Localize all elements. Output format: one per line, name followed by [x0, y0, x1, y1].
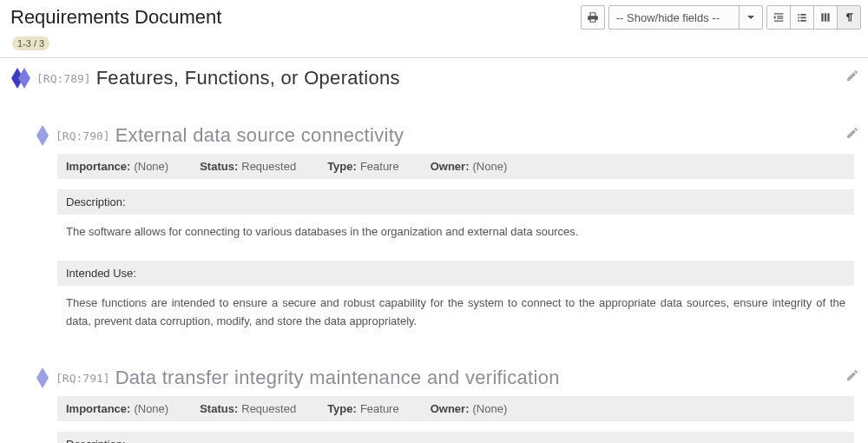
- intended-use-label-band: Intended Use:: [57, 261, 854, 286]
- dropdown-label: -- Show/hide fields --: [609, 6, 739, 29]
- field-label: Owner: [431, 402, 470, 415]
- field-label: Importance: [66, 402, 130, 415]
- section-title: Features, Functions, or Operations: [96, 67, 400, 89]
- type-field: TypeFeature: [327, 160, 399, 173]
- requirement-header: [RQ:791] Data transfer integrity mainten…: [9, 365, 859, 396]
- fields-row: Importance(None) StatusRequested TypeFea…: [57, 396, 854, 421]
- description-text: The software allows for connecting to va…: [57, 215, 854, 250]
- field-value: (None): [134, 402, 168, 415]
- field-value: Feature: [360, 402, 399, 415]
- diamond-icon: [10, 68, 31, 89]
- section-789: [RQ:789] Features, Functions, or Operati…: [9, 65, 859, 96]
- show-hide-fields-dropdown[interactable]: -- Show/hide fields --: [608, 5, 763, 30]
- diamond-icon: [35, 370, 50, 386]
- columns-view-button[interactable]: [813, 6, 837, 29]
- list-icon: [796, 11, 808, 23]
- requirement-791: [RQ:791] Data transfer integrity mainten…: [9, 365, 859, 443]
- view-mode-group: [766, 5, 861, 30]
- printer-icon: [587, 11, 599, 23]
- svg-marker-2: [36, 125, 49, 146]
- requirement-title: External data source connectivity: [115, 124, 404, 147]
- status-field: StatusRequested: [200, 160, 296, 173]
- outdent-icon: [773, 11, 785, 23]
- edit-button[interactable]: [845, 368, 859, 386]
- description-label-band: Description:: [57, 189, 854, 215]
- owner-field: Owner(None): [431, 160, 508, 173]
- pencil-icon: [845, 69, 859, 83]
- field-label: Status: [200, 160, 238, 173]
- fields-row: Importance(None) StatusRequested TypeFea…: [57, 154, 854, 179]
- requirement-id: [RQ:790]: [56, 129, 110, 142]
- field-value: (None): [134, 160, 168, 173]
- field-label: Importance: [66, 160, 130, 173]
- importance-field: Importance(None): [66, 160, 168, 173]
- field-value: (None): [473, 160, 508, 173]
- columns-icon: [819, 11, 832, 23]
- page-counter: 1-3 / 3: [12, 35, 868, 50]
- intended-use-block: Intended Use: These functions are intend…: [57, 261, 854, 340]
- pilcrow-icon: [843, 11, 855, 23]
- field-value: (None): [473, 402, 508, 415]
- owner-field: Owner(None): [431, 402, 508, 415]
- svg-marker-1: [18, 68, 30, 89]
- diamond-icon: [35, 128, 50, 143]
- description-block: Description:: [57, 432, 854, 443]
- document-title: Requirements Document: [10, 6, 221, 29]
- requirement-id: [RQ:791]: [56, 372, 110, 385]
- requirement-header: [RQ:790] External data source connectivi…: [9, 122, 859, 154]
- field-value: Requested: [241, 402, 296, 415]
- field-value: Requested: [241, 160, 296, 173]
- pencil-icon: [845, 368, 859, 382]
- paragraph-view-button[interactable]: [837, 6, 860, 29]
- content-area: [RQ:789] Features, Functions, or Operati…: [0, 58, 868, 443]
- intended-use-text: These functions are intended to ensure a…: [57, 286, 854, 340]
- field-label: Status: [200, 402, 238, 415]
- outdent-view-button[interactable]: [767, 6, 790, 29]
- requirement-790: [RQ:790] External data source connectivi…: [9, 122, 859, 339]
- toolbar: -- Show/hide fields --: [581, 5, 861, 30]
- field-label: Type: [327, 160, 357, 173]
- edit-button[interactable]: [845, 69, 859, 86]
- pencil-icon: [845, 126, 859, 140]
- status-field: StatusRequested: [200, 402, 296, 415]
- requirement-title: Data transfer integrity maintenance and …: [115, 367, 560, 389]
- field-label: Owner: [431, 160, 470, 173]
- header-bar: Requirements Document -- Show/hide field…: [0, 0, 868, 33]
- print-button[interactable]: [581, 5, 605, 30]
- page-counter-badge: 1-3 / 3: [12, 36, 49, 50]
- type-field: TypeFeature: [327, 402, 399, 415]
- list-view-button[interactable]: [790, 6, 813, 29]
- field-label: Type: [327, 402, 357, 415]
- svg-marker-3: [36, 367, 49, 388]
- requirement-id: [RQ:789]: [36, 72, 91, 85]
- importance-field: Importance(None): [66, 402, 168, 415]
- field-value: Feature: [360, 160, 399, 173]
- fields-block: Importance(None) StatusRequested TypeFea…: [57, 396, 854, 421]
- section-header: [RQ:789] Features, Functions, or Operati…: [9, 65, 859, 96]
- fields-block: Importance(None) StatusRequested TypeFea…: [57, 154, 854, 179]
- edit-button[interactable]: [845, 126, 859, 143]
- description-block: Description: The software allows for con…: [57, 189, 854, 250]
- description-label-band: Description:: [57, 432, 854, 443]
- chevron-down-icon: [739, 6, 762, 29]
